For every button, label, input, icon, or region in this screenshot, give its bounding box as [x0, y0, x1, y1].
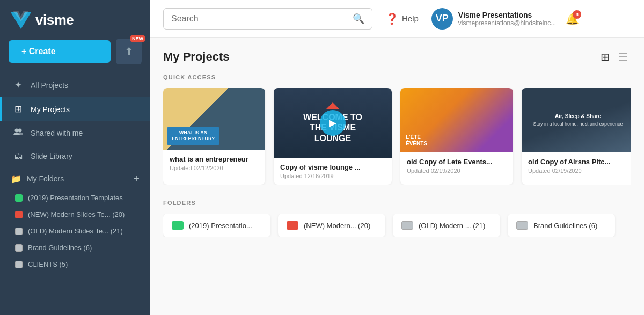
airsns-thumb-text: Air, Sleep & ShareStay in a local home, … [533, 113, 623, 128]
visme-thumb-bg: WELCOME TOTHE VISMELOUNGE ▶ [274, 88, 392, 158]
new-badge: NEW [130, 35, 145, 42]
sidebar-item-all-projects[interactable]: ✦ All Projects [0, 73, 150, 97]
folder-card-icon-2019 [172, 221, 184, 230]
user-email: vismepresentations@hindsiteinc... [458, 19, 556, 27]
sidebar-folder-modern-old-label: (OLD) Modern Slides Te... (21) [28, 227, 123, 235]
upload-button[interactable]: ⬆ NEW [116, 39, 142, 64]
search-bar: 🔍 [163, 8, 372, 30]
sidebar-item-my-projects[interactable]: ⊞ My Projects [0, 97, 150, 121]
sidebar-folder-brand[interactable]: Brand Guidelines (6) [0, 239, 150, 256]
sidebar-folder-2019-label: (2019) Presentation Templates [28, 194, 123, 202]
page-title: My Projects [163, 50, 230, 64]
project-info-airsns: old Copy of Airsns Pitc... Updated 02/19… [522, 152, 631, 179]
list-icon: ☰ [618, 51, 628, 63]
sidebar-item-slide-library[interactable]: 🗂 Slide Library [0, 144, 150, 168]
folders-header-label: My Folders [27, 174, 128, 183]
notification-button[interactable]: 🔔 8 [566, 12, 579, 25]
main-content: 🔍 ❓ Help VP Visme Presentations vismepre… [150, 0, 644, 315]
folders-grid: (2019) Presentatio... (NEW) Modern... (2… [163, 214, 631, 237]
events-thumb-bg: L'ÉTÉÉVÉNTS [400, 88, 513, 152]
user-area: VP Visme Presentations vismepresentation… [431, 8, 579, 30]
project-date-visme-lounge: Updated 12/16/2019 [280, 173, 385, 179]
shared-icon [12, 128, 24, 138]
folders-section-label: FOLDERS [163, 200, 631, 206]
project-card-airsns[interactable]: Air, Sleep & ShareStay in a local home, … [522, 88, 631, 185]
folder-card-label-modern-new: (NEW) Modern... (20) [304, 222, 370, 230]
sidebar-folder-brand-label: Brand Guidelines (6) [28, 244, 92, 252]
project-card-lete-events[interactable]: L'ÉTÉÉVÉNTS old Copy of Lete Events... U… [400, 88, 513, 185]
project-name-visme-lounge: Copy of visme lounge ... [280, 163, 385, 171]
project-info-lete-events: old Copy of Lete Events... Updated 02/19… [400, 152, 513, 179]
search-icon-button[interactable]: 🔍 [353, 13, 364, 25]
quick-access-label: QUICK ACCESS [163, 74, 631, 80]
projects-grid: WHAT IS ANENTREPRENEUR? what is an entre… [163, 88, 631, 185]
entrepreneur-thumb-text: WHAT IS ANENTREPRENEUR? [167, 127, 219, 145]
project-thumb-visme-lounge: WELCOME TOTHE VISMELOUNGE ▶ [274, 88, 392, 158]
search-input[interactable] [171, 14, 348, 24]
folder-card-label-2019: (2019) Presentatio... [189, 222, 252, 230]
help-label: Help [402, 14, 419, 23]
folder-card-modern-old[interactable]: (OLD) Modern ... (21) [393, 214, 500, 237]
project-card-visme-lounge[interactable]: WELCOME TOTHE VISMELOUNGE ▶ Copy of vism… [274, 88, 392, 185]
sidebar-item-shared-label: Shared with me [31, 129, 83, 137]
create-area: + Create ⬆ NEW [0, 39, 150, 73]
project-name-airsns: old Copy of Airsns Pitc... [528, 158, 628, 166]
header: 🔍 ❓ Help VP Visme Presentations vismepre… [150, 0, 644, 38]
project-info-visme-lounge: Copy of visme lounge ... Updated 12/16/2… [274, 158, 392, 185]
notification-badge: 8 [573, 10, 581, 19]
sidebar-item-shared-with-me[interactable]: Shared with me [0, 121, 150, 144]
grid-icon: ⊞ [601, 51, 610, 63]
user-name: Visme Presentations [458, 11, 556, 19]
svg-point-3 [18, 129, 22, 133]
search-icon: 🔍 [353, 13, 364, 24]
entrepreneur-thumb-bg: WHAT IS ANENTREPRENEUR? [163, 88, 265, 150]
sidebar-item-slide-library-label: Slide Library [31, 152, 72, 160]
project-date-airsns: Updated 02/19/2020 [528, 167, 628, 174]
help-icon: ❓ [385, 12, 399, 25]
folder-card-brand[interactable]: Brand Guidelines (6) [508, 214, 615, 237]
add-folder-button[interactable]: + [133, 173, 140, 184]
project-name-entrepreneur: what is an entrepreneur [170, 155, 259, 163]
create-button[interactable]: + Create [9, 40, 111, 63]
content-area: My Projects ⊞ ☰ QUICK ACCESS WHAT IS ANE… [150, 38, 644, 248]
sidebar-folder-modern-old[interactable]: (OLD) Modern Slides Te... (21) [0, 223, 150, 239]
project-card-entrepreneur[interactable]: WHAT IS ANENTREPRENEUR? what is an entre… [163, 88, 265, 185]
sidebar-folder-clients[interactable]: CLIENTS (5) [0, 256, 150, 273]
visme-logo-icon [11, 10, 31, 30]
folder-header-icon: 📁 [11, 174, 21, 184]
avatar: VP [431, 8, 453, 30]
sidebar: visme + Create ⬆ NEW ✦ All Projects ⊞ My… [0, 0, 150, 315]
user-info: Visme Presentations vismepresentations@h… [458, 11, 556, 27]
project-name-lete-events: old Copy of Lete Events... [407, 158, 507, 166]
help-button[interactable]: ❓ Help [385, 12, 419, 25]
sidebar-folder-clients-label: CLIENTS (5) [28, 260, 68, 268]
grid-view-button[interactable]: ⊞ [597, 48, 613, 65]
logo-text: visme [35, 12, 74, 28]
folder-card-modern-new[interactable]: (NEW) Modern... (20) [278, 214, 385, 237]
project-date-lete-events: Updated 02/19/2020 [407, 167, 507, 174]
folders-header: 📁 My Folders + [0, 168, 150, 189]
folder-card-2019[interactable]: (2019) Presentatio... [163, 214, 270, 237]
folder-card-label-brand: Brand Guidelines (6) [533, 222, 597, 230]
folder-card-icon-brand [516, 221, 528, 230]
svg-point-2 [15, 129, 19, 133]
sidebar-folder-modern-new[interactable]: (NEW) Modern Slides Te... (20) [0, 206, 150, 223]
project-info-entrepreneur: what is an entrepreneur Updated 02/12/20… [163, 150, 265, 177]
folder-color-clients [15, 261, 23, 268]
view-toggle: ⊞ ☰ [597, 48, 631, 65]
project-thumb-lete-events: L'ÉTÉÉVÉNTS [400, 88, 513, 152]
folder-color-modern-new [15, 211, 23, 218]
folder-card-label-modern-old: (OLD) Modern ... (21) [419, 222, 485, 230]
project-date-entrepreneur: Updated 02/12/2020 [170, 165, 259, 171]
all-projects-icon: ✦ [12, 79, 24, 91]
sidebar-folder-modern-new-label: (NEW) Modern Slides Te... (20) [28, 210, 125, 218]
folder-card-icon-modern-old [401, 221, 413, 230]
slide-library-icon: 🗂 [12, 151, 24, 162]
sidebar-folder-2019[interactable]: (2019) Presentation Templates [0, 189, 150, 206]
upload-icon: ⬆ [125, 45, 134, 58]
sidebar-item-my-projects-label: My Projects [31, 105, 70, 114]
folder-card-icon-modern-new [287, 221, 298, 230]
my-projects-icon: ⊞ [12, 104, 24, 115]
page-title-row: My Projects ⊞ ☰ [163, 48, 631, 65]
list-view-button[interactable]: ☰ [615, 48, 631, 65]
